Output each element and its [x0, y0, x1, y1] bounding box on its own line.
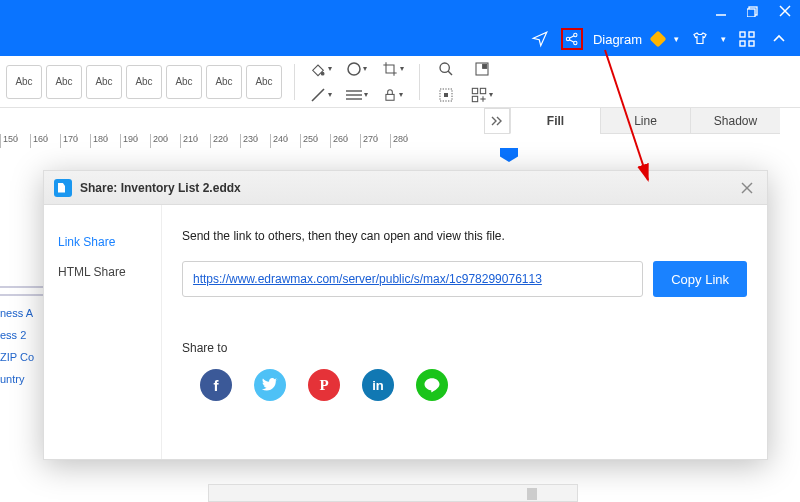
- title-bar: Diagram ▾ ▾: [0, 0, 800, 56]
- toolbar-divider: [419, 64, 420, 100]
- apps-icon[interactable]: [736, 28, 758, 50]
- search-icon[interactable]: [432, 58, 460, 80]
- collapse-ribbon-icon[interactable]: [768, 28, 790, 50]
- toolbar: Abc Abc Abc Abc Abc Abc Abc ▾ ▾ ▾ ▾ ▾ ▾ …: [0, 56, 800, 108]
- toolbar-divider: [294, 64, 295, 100]
- text-style-button[interactable]: Abc: [206, 65, 242, 99]
- window-controls: [714, 4, 792, 18]
- crop-icon[interactable]: ▾: [379, 58, 407, 80]
- text-style-button[interactable]: Abc: [86, 65, 122, 99]
- sidebar-item-html-share[interactable]: HTML Share: [44, 257, 161, 287]
- ruler-tick: 180: [90, 134, 120, 148]
- send-icon[interactable]: [529, 28, 551, 50]
- shape-tools-group: ▾ ▾ ▾ ▾ ▾ ▾: [307, 58, 407, 106]
- text-style-button[interactable]: Abc: [46, 65, 82, 99]
- linkedin-icon[interactable]: in: [362, 369, 394, 401]
- tshirt-icon[interactable]: [689, 28, 711, 50]
- svg-rect-12: [740, 41, 745, 46]
- share-icon[interactable]: [561, 28, 583, 50]
- dialog-title: Share: Inventory List 2.eddx: [80, 181, 241, 195]
- svg-line-22: [448, 71, 452, 75]
- ruler-tick: 210: [180, 134, 210, 148]
- close-button[interactable]: [778, 4, 792, 18]
- sidebar-item-link-share[interactable]: Link Share: [44, 227, 161, 257]
- ruler-tick: 150: [0, 134, 30, 148]
- diamond-icon: [650, 31, 667, 48]
- tab-fill[interactable]: Fill: [510, 108, 600, 134]
- svg-rect-10: [740, 32, 745, 37]
- twitter-icon[interactable]: [254, 369, 286, 401]
- clipped-text: ess 2: [0, 324, 45, 346]
- dropdown-caret-icon[interactable]: ▾: [674, 34, 679, 44]
- social-buttons: f P in: [182, 369, 747, 401]
- ruler-tick: 200: [150, 134, 180, 148]
- property-tabs: Fill Line Shadow: [510, 108, 800, 134]
- svg-rect-13: [749, 41, 754, 46]
- ruler-tick: 170: [60, 134, 90, 148]
- text-style-group: Abc Abc Abc Abc Abc Abc Abc: [6, 65, 282, 99]
- svg-line-16: [312, 89, 324, 101]
- text-style-button[interactable]: Abc: [126, 65, 162, 99]
- clipped-text: ZIP Co: [0, 346, 45, 368]
- ruler-tick: 280: [390, 134, 420, 148]
- minimize-button[interactable]: [714, 4, 728, 18]
- svg-rect-20: [386, 94, 394, 100]
- view-tools-group: ▾: [432, 58, 496, 106]
- properties-icon[interactable]: [468, 58, 496, 80]
- app-logo-icon: [54, 179, 72, 197]
- svg-rect-28: [472, 96, 477, 101]
- svg-point-15: [348, 63, 360, 75]
- dialog-sidebar: Link Share HTML Share: [44, 205, 162, 459]
- svg-rect-27: [472, 88, 477, 93]
- titlebar-actions: Diagram ▾ ▾: [529, 28, 790, 50]
- dialog-close-button[interactable]: [737, 178, 757, 198]
- copy-link-button[interactable]: Copy Link: [653, 261, 747, 297]
- shape-icon[interactable]: ▾: [343, 58, 371, 80]
- horizontal-scrollbar[interactable]: [208, 484, 578, 502]
- restore-button[interactable]: [746, 4, 760, 18]
- ruler-marker[interactable]: [500, 148, 518, 162]
- svg-point-14: [321, 72, 324, 75]
- canvas-clipped-text: ness A ess 2 ZIP Co untry: [0, 280, 45, 390]
- line-style-icon[interactable]: ▾: [343, 84, 371, 106]
- svg-line-8: [569, 36, 574, 39]
- expand-panel-button[interactable]: [484, 108, 510, 134]
- tab-shadow[interactable]: Shadow: [690, 108, 780, 134]
- svg-rect-29: [480, 88, 485, 93]
- text-style-button[interactable]: Abc: [246, 65, 282, 99]
- select-icon[interactable]: [432, 84, 460, 106]
- link-row: https://www.edrawmax.com/server/public/s…: [182, 261, 747, 297]
- dialog-main: Send the link to others, then they can o…: [162, 205, 767, 459]
- svg-rect-2: [747, 9, 755, 17]
- dropdown-caret-icon[interactable]: ▾: [721, 34, 726, 44]
- facebook-icon[interactable]: f: [200, 369, 232, 401]
- svg-rect-26: [444, 93, 448, 97]
- ruler-tick: 190: [120, 134, 150, 148]
- svg-point-21: [440, 63, 449, 72]
- ruler-tick: 160: [30, 134, 60, 148]
- share-description: Send the link to others, then they can o…: [182, 229, 747, 243]
- add-shape-icon[interactable]: ▾: [468, 84, 496, 106]
- svg-rect-24: [483, 64, 487, 68]
- share-dialog: Share: Inventory List 2.eddx Link Share …: [43, 170, 768, 460]
- dialog-body: Link Share HTML Share Send the link to o…: [44, 205, 767, 459]
- share-url-field[interactable]: https://www.edrawmax.com/server/public/s…: [182, 261, 643, 297]
- clipped-text: ness A: [0, 302, 45, 324]
- ruler: 150 160 170 180 190 200 210 220 230 240 …: [0, 134, 510, 154]
- text-style-button[interactable]: Abc: [166, 65, 202, 99]
- line-icon[interactable]: ▾: [307, 84, 335, 106]
- fill-icon[interactable]: ▾: [307, 58, 335, 80]
- ruler-tick: 220: [210, 134, 240, 148]
- document-type-label: Diagram: [593, 32, 642, 47]
- dialog-header: Share: Inventory List 2.eddx: [44, 171, 767, 205]
- pinterest-icon[interactable]: P: [308, 369, 340, 401]
- text-style-button[interactable]: Abc: [6, 65, 42, 99]
- clipped-text: untry: [0, 368, 45, 390]
- ruler-tick: 230: [240, 134, 270, 148]
- line-icon[interactable]: [416, 369, 448, 401]
- ruler-tick: 270: [360, 134, 390, 148]
- tab-line[interactable]: Line: [600, 108, 690, 134]
- svg-rect-11: [749, 32, 754, 37]
- share-to-label: Share to: [182, 341, 747, 355]
- lock-icon[interactable]: ▾: [379, 84, 407, 106]
